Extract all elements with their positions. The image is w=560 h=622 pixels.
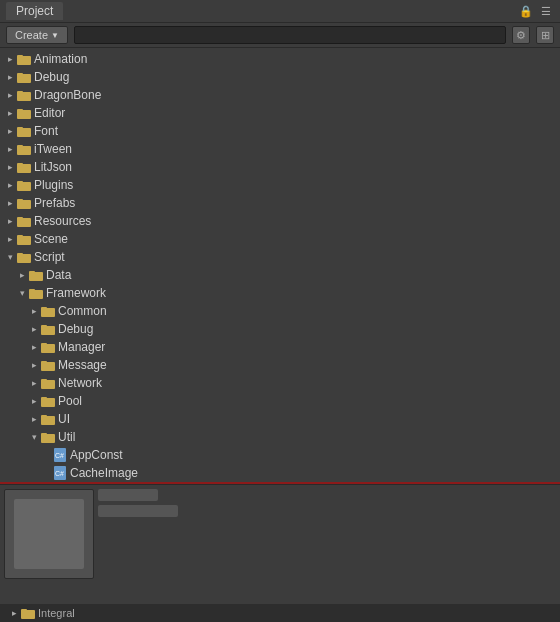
- list-item[interactable]: Util: [0, 428, 560, 446]
- list-item[interactable]: C# AppConst: [0, 446, 560, 464]
- tree-arrow: [28, 396, 40, 406]
- search-icon[interactable]: ⚙: [512, 26, 530, 44]
- svg-rect-31: [41, 325, 47, 328]
- preview-image: [14, 499, 84, 569]
- bottom-panel: [0, 484, 560, 604]
- project-tab[interactable]: Project: [6, 2, 63, 20]
- lock-button[interactable]: 🔒: [518, 3, 534, 19]
- folder-icon: [16, 214, 32, 228]
- list-item[interactable]: Manager: [0, 338, 560, 356]
- list-item[interactable]: UI: [0, 410, 560, 428]
- folder-icon: [16, 52, 32, 66]
- folder-icon: [40, 322, 56, 336]
- list-item[interactable]: Script: [0, 248, 560, 266]
- filter-icon[interactable]: ⊞: [536, 26, 554, 44]
- folder-icon: [28, 268, 44, 282]
- bottom-tree-arrow: [8, 608, 20, 618]
- tree-arrow: [4, 162, 16, 172]
- folder-icon: [40, 304, 56, 318]
- svg-rect-37: [41, 379, 47, 382]
- folder-icon: [16, 106, 32, 120]
- svg-rect-17: [17, 199, 23, 202]
- tree-arrow: [28, 378, 40, 388]
- tree-arrow: [28, 432, 40, 442]
- list-item[interactable]: Pool: [0, 392, 560, 410]
- svg-rect-33: [41, 343, 47, 346]
- menu-button[interactable]: ☰: [538, 3, 554, 19]
- tree-arrow: [4, 108, 16, 118]
- folder-icon: [40, 340, 56, 354]
- folder-icon: [16, 142, 32, 156]
- svg-rect-23: [17, 253, 23, 256]
- svg-rect-35: [41, 361, 47, 364]
- folder-icon: [16, 70, 32, 84]
- list-item[interactable]: Animation: [0, 50, 560, 68]
- tree-arrow: [28, 360, 40, 370]
- tree-arrow: [4, 90, 16, 100]
- info-line: [98, 489, 158, 501]
- folder-icon: [40, 394, 56, 408]
- folder-icon: [28, 286, 44, 300]
- folder-icon: [16, 88, 32, 102]
- tree-arrow: [28, 342, 40, 352]
- list-item[interactable]: Resources: [0, 212, 560, 230]
- create-button[interactable]: Create: [6, 26, 68, 44]
- folder-icon: [16, 232, 32, 246]
- svg-rect-1: [17, 55, 23, 58]
- lock-icons: 🔒 ☰: [518, 3, 554, 19]
- info-box: [98, 489, 556, 600]
- integral-label: Integral: [38, 607, 75, 619]
- list-item[interactable]: iTween: [0, 140, 560, 158]
- tree-arrow: [4, 234, 16, 244]
- list-item[interactable]: Message: [0, 356, 560, 374]
- list-item[interactable]: Scene: [0, 230, 560, 248]
- svg-rect-41: [41, 415, 47, 418]
- list-item[interactable]: Framework: [0, 284, 560, 302]
- list-item[interactable]: Common: [0, 302, 560, 320]
- svg-rect-7: [17, 109, 23, 112]
- folder-icon: [40, 430, 56, 444]
- list-item[interactable]: Debug: [0, 68, 560, 86]
- folder-icon: [16, 124, 32, 138]
- folder-icon: [40, 358, 56, 372]
- svg-rect-9: [17, 127, 23, 130]
- svg-text:C#: C#: [55, 452, 64, 459]
- svg-rect-25: [29, 271, 35, 274]
- tree-arrow: [4, 180, 16, 190]
- tree-arrow: [28, 306, 40, 316]
- list-item[interactable]: Plugins: [0, 176, 560, 194]
- folder-icon: [16, 160, 32, 174]
- preview-box: [4, 489, 94, 579]
- svg-rect-21: [17, 235, 23, 238]
- tree-arrow: [4, 144, 16, 154]
- tree-arrow: [4, 216, 16, 226]
- list-item[interactable]: C# CacheImage: [0, 464, 560, 482]
- list-item[interactable]: LitJson: [0, 158, 560, 176]
- list-item[interactable]: Data: [0, 266, 560, 284]
- info-line: [98, 505, 178, 517]
- list-item[interactable]: Font: [0, 122, 560, 140]
- svg-rect-15: [17, 181, 23, 184]
- project-panel: Project 🔒 ☰ Create ⚙ ⊞ Animation: [0, 0, 560, 622]
- list-item[interactable]: Prefabs: [0, 194, 560, 212]
- search-input[interactable]: [74, 26, 506, 44]
- cs-file-icon: C#: [52, 448, 68, 462]
- svg-rect-27: [29, 289, 35, 292]
- file-tree: Animation Debug DragonBone: [0, 48, 560, 484]
- title-bar: Project 🔒 ☰: [0, 0, 560, 23]
- list-item[interactable]: Network: [0, 374, 560, 392]
- tree-arrow: [4, 126, 16, 136]
- tree-arrow: [4, 252, 16, 262]
- tree-arrow: [28, 324, 40, 334]
- folder-icon: [16, 178, 32, 192]
- folder-icon: [40, 412, 56, 426]
- list-item[interactable]: Editor: [0, 104, 560, 122]
- tree-arrow: [16, 288, 28, 298]
- svg-text:C#: C#: [55, 470, 64, 477]
- list-item[interactable]: DragonBone: [0, 86, 560, 104]
- list-item[interactable]: Debug: [0, 320, 560, 338]
- tree-arrow: [4, 198, 16, 208]
- tree-arrow: [4, 54, 16, 64]
- svg-rect-3: [17, 73, 23, 76]
- svg-rect-13: [17, 163, 23, 166]
